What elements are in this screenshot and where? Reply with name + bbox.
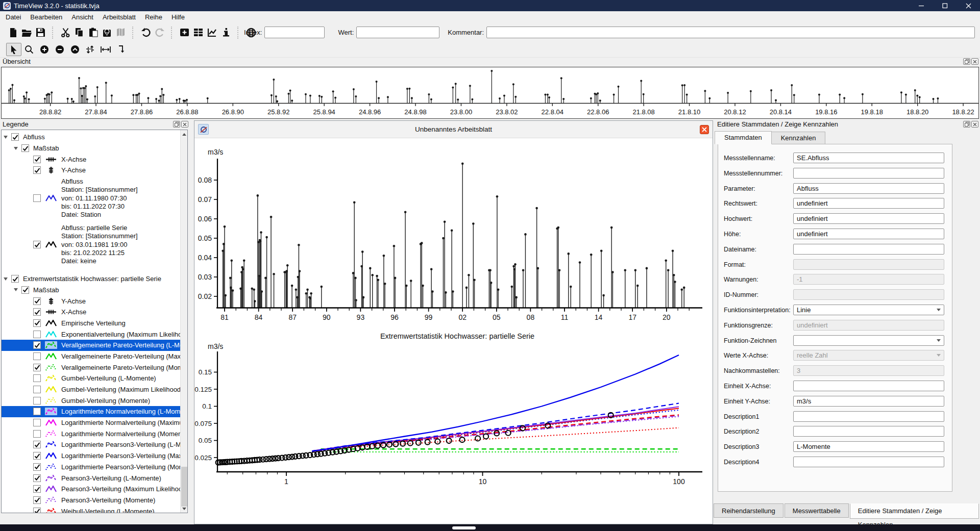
checkbox[interactable] — [33, 508, 41, 513]
legend-item[interactable]: Empirische Verteilung — [2, 318, 180, 329]
legend-item[interactable]: Gumbel-Verteilung (Momente) — [2, 395, 180, 406]
copy-button[interactable] — [72, 26, 86, 40]
checkbox[interactable] — [33, 319, 41, 327]
dateiname-input[interactable] — [793, 244, 944, 255]
checkbox[interactable] — [33, 397, 41, 404]
info-button[interactable] — [219, 26, 233, 40]
menu-item-ansicht[interactable]: Ansicht — [67, 11, 98, 23]
legend-item[interactable]: Gumbel-Verteilung (Maximum Likelihood) — [2, 384, 180, 395]
legend-item[interactable]: Logarithmierte Pearson3-Verteilung (Mome… — [2, 462, 180, 473]
table-view-button[interactable] — [191, 26, 205, 40]
funktion-zeichnen-select[interactable] — [793, 335, 944, 346]
legend-item[interactable]: Abfluss: partielle SerieStation: [Statio… — [2, 222, 180, 269]
fit-vertical-button[interactable] — [83, 43, 98, 56]
checkbox[interactable] — [33, 331, 41, 338]
scrollbar-thumb[interactable] — [181, 467, 187, 507]
legend-item[interactable]: AbflussStation: [Stationsnummer]von: 01.… — [2, 176, 180, 222]
legend-item[interactable]: Logarithmierte Normalverteilung (Maximu.… — [2, 417, 180, 428]
fit-horizontal-button[interactable] — [98, 43, 113, 56]
description4-input[interactable] — [793, 457, 944, 467]
close-panel-button[interactable] — [971, 121, 978, 128]
legend-item[interactable]: Gumbel-Verteilung (L-Momente) — [2, 373, 180, 384]
menu-item-arbeitsblatt[interactable]: Arbeitsblatt — [98, 11, 140, 23]
zoom-previous-button[interactable] — [67, 43, 83, 56]
paste-button[interactable] — [86, 26, 100, 40]
checkbox[interactable] — [33, 166, 41, 174]
legend-item[interactable]: Exponentialverteilung (Maximum Likelihoo… — [2, 328, 180, 340]
add-series-button[interactable] — [178, 26, 191, 40]
minimize-button[interactable] — [910, 0, 933, 11]
legend-item[interactable]: Verallgemeinerte Pareto-Verteilung (Maxi… — [2, 351, 180, 362]
legend-item[interactable]: Maßstab — [2, 143, 180, 154]
map-button[interactable] — [114, 26, 128, 40]
wert-input[interactable] — [356, 27, 439, 38]
legend-item[interactable]: Maßstab — [2, 285, 180, 296]
bottom-tab-2[interactable]: Messwerttabelle — [785, 503, 849, 518]
zoom-tool-button[interactable] — [21, 43, 37, 56]
legend-item[interactable]: Weibull-Verteilung (L-Momente) — [2, 505, 180, 513]
new-file-button[interactable] — [6, 26, 20, 40]
legend-item[interactable]: Logarithmierte Pearson3-Verteilung (L-Mo… — [2, 439, 180, 450]
tab-kennzahlen[interactable]: Kennzahlen — [771, 132, 826, 144]
legend-item[interactable]: Pearson3-Verteilung (Maximum Likelihood) — [2, 484, 180, 495]
taskbar-indicator[interactable] — [452, 526, 476, 529]
close-panel-button[interactable] — [971, 58, 978, 65]
pointer-tool-button[interactable] — [6, 43, 21, 56]
checkbox[interactable] — [21, 286, 29, 294]
messstellenname-input[interactable]: SE.Abfluss — [793, 153, 944, 163]
close-button[interactable] — [957, 0, 980, 11]
messstellennummer-input[interactable] — [793, 168, 944, 179]
close-panel-button[interactable] — [181, 121, 188, 128]
legend-scrollbar[interactable] — [180, 130, 187, 513]
jump-to-button[interactable] — [113, 43, 129, 56]
bottom-tab-1[interactable]: Reihendarstellung — [714, 503, 783, 518]
zoom-in-button[interactable] — [37, 43, 52, 56]
tree-expander-icon[interactable] — [14, 147, 18, 150]
description1-input[interactable] — [793, 411, 944, 422]
hochwert-input[interactable]: undefiniert — [793, 213, 944, 224]
legend-item[interactable]: Y-Achse — [2, 295, 180, 307]
checkbox[interactable] — [33, 463, 41, 471]
checkbox[interactable] — [11, 275, 19, 283]
checkbox[interactable] — [33, 308, 41, 316]
checkbox[interactable] — [33, 474, 41, 482]
checkbox[interactable] — [33, 386, 41, 393]
checkbox[interactable] — [33, 156, 41, 163]
overview-chart-svg[interactable]: 28.8.8227.8.8427.8.8626.8.8826.8.9025.8.… — [2, 67, 978, 118]
checkbox[interactable] — [33, 364, 41, 371]
menu-item-reihe[interactable]: Reihe — [140, 11, 167, 23]
legend-item[interactable]: Extremwertstatistik Hochwasser: partiell… — [2, 273, 180, 285]
partial-series-chart[interactable]: m3/s0.020.030.040.050.060.070.0881848790… — [194, 138, 713, 327]
cut-button[interactable] — [59, 26, 72, 40]
checkbox[interactable] — [33, 408, 41, 415]
maximize-button[interactable] — [933, 0, 957, 11]
legend-item[interactable]: Logarithmierte Normalverteilung (Momente… — [2, 428, 180, 439]
tab-stammdaten[interactable]: Stammdaten — [715, 131, 772, 144]
legend-item[interactable]: Pearson3-Verteilung (L-Momente) — [2, 472, 180, 484]
overview-chart[interactable]: 28.8.8227.8.8427.8.8626.8.8826.8.9025.8.… — [1, 67, 979, 119]
scroll-down-button[interactable] — [181, 504, 188, 513]
checkbox[interactable] — [33, 374, 41, 382]
station-series-button[interactable] — [100, 26, 114, 40]
legend-item[interactable]: Verallgemeinerte Pareto-Verteilung (L-Mo… — [2, 340, 180, 351]
checkbox[interactable] — [33, 430, 41, 438]
legend-item[interactable]: X-Achse — [2, 154, 180, 165]
float-panel-button[interactable] — [963, 58, 970, 65]
checkbox[interactable] — [33, 496, 41, 504]
checkbox[interactable] — [33, 485, 41, 493]
description3-input[interactable]: L-Momente — [793, 441, 944, 452]
legend-item[interactable]: Abfluss — [2, 132, 180, 143]
legend-item[interactable]: Verallgemeinerte Pareto-Verteilung (Mome… — [2, 362, 180, 373]
worksheet-close-button[interactable] — [700, 125, 709, 134]
funktionsinterpretation-select[interactable]: Linie — [793, 305, 944, 315]
checkbox[interactable] — [33, 241, 41, 248]
worksheet-title-bar[interactable]: Unbenanntes Arbeitsblatt — [194, 121, 713, 138]
redo-button[interactable] — [153, 26, 166, 40]
checkbox[interactable] — [33, 297, 41, 305]
float-panel-button[interactable] — [173, 121, 180, 128]
checkbox[interactable] — [33, 441, 41, 448]
extreme-value-chart[interactable]: Extremwertstatistik Hochwasser: partiell… — [194, 328, 713, 526]
taskbar[interactable] — [0, 524, 980, 531]
bottom-tab-3[interactable]: Editiere Stammdaten / Zeige Kennzahlen — [850, 503, 979, 519]
checkbox[interactable] — [33, 419, 41, 426]
